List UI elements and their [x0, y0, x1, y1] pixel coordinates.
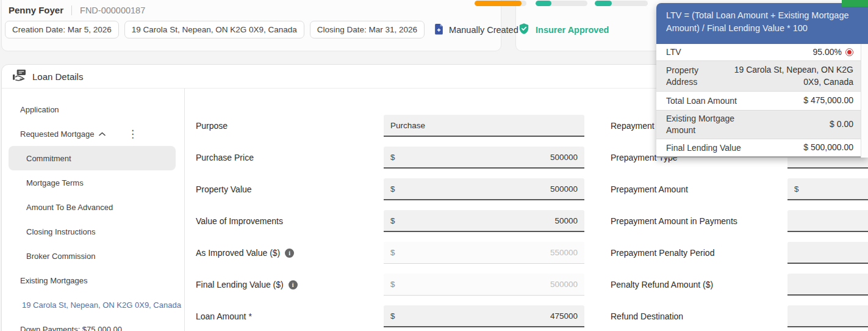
- tooltip-right-strip: [861, 44, 868, 158]
- field-label-final-lending-value: Final Lending Value ($)i: [196, 274, 298, 296]
- field-label-penalty-refund-amount: Penalty Refund Amount ($): [611, 274, 713, 296]
- sidebar-item-application[interactable]: Application: [2, 97, 184, 122]
- currency-prefix: $: [390, 153, 395, 162]
- field-label-text: Prepayment Penalty Period: [611, 248, 714, 258]
- manually-created-badge: Manually Created: [434, 23, 518, 37]
- record-name: Penny Foyer: [9, 5, 63, 15]
- record-identity: Penny Foyer FND-000000187: [9, 5, 145, 15]
- tooltip-row-value: 95.00%: [813, 46, 842, 59]
- field-value: 500000: [395, 153, 578, 162]
- loan-application-page: Penny Foyer FND-000000187 Creation Date:…: [0, 0, 868, 331]
- field-label-prepayment-amount: Prepayment Amount: [611, 178, 688, 200]
- field-input-property-value[interactable]: $500000: [384, 178, 584, 200]
- currency-prefix: $: [390, 248, 395, 257]
- tooltip-row-value: $ 0.00: [830, 118, 853, 131]
- sidebar-item-requested-mortgage[interactable]: Requested Mortgage⋮: [2, 122, 184, 146]
- field-label-purpose: Purpose: [196, 115, 228, 137]
- currency-prefix: $: [390, 184, 395, 194]
- tooltip-row-label: Total Loan Amount: [666, 95, 737, 107]
- sidebar-item-label: Down Payments: $75,000.00: [20, 325, 122, 331]
- field-value: 550000: [395, 248, 578, 257]
- sidebar-item-closing-instructions[interactable]: Closing Instructions: [2, 219, 184, 244]
- ltv-tooltip: LTV = (Total Loan Amount + Existing Mort…: [656, 3, 868, 158]
- currency-prefix: $: [794, 184, 799, 194]
- sidebar-item-label: Mortgage Terms: [26, 178, 84, 187]
- sidebar-item-label: Existing Mortgages: [20, 276, 88, 285]
- sidebar-item-label: Commitment: [26, 154, 71, 163]
- insurer-approved-label: Insurer Approved: [536, 25, 609, 35]
- field-label-property-value: Property Value: [196, 178, 252, 200]
- field-label-refund-destination: Refund Destination: [611, 305, 683, 327]
- tooltip-row: LTV95.00%: [656, 44, 861, 61]
- sidebar-item-label: Broker Commission: [26, 252, 95, 261]
- loan-sidebar: ApplicationRequested Mortgage⋮Commitment…: [2, 89, 185, 331]
- tooltip-row-value-wrap: $ 475,000.00: [803, 95, 853, 107]
- field-label-prepayment-penalty-period: Prepayment Penalty Period: [611, 242, 714, 264]
- field-label-text: Value of Improvements: [196, 216, 283, 226]
- field-input-as-improved-value: $550000: [384, 242, 584, 264]
- sidebar-item-label: Requested Mortgage: [20, 129, 94, 139]
- sidebar-item-label: Closing Instructions: [26, 227, 95, 236]
- field-input-penalty-refund-amount[interactable]: [787, 274, 868, 296]
- tooltip-row-label: Property Address: [666, 65, 730, 88]
- tooltip-row: Final Lending Value$ 500,000.00: [656, 139, 861, 158]
- progress-orange: [475, 1, 526, 6]
- sidebar-item-broker-commission[interactable]: Broker Commission: [2, 244, 184, 268]
- loan-hand-icon: [12, 69, 26, 84]
- field-input-prepayment-amount[interactable]: $: [787, 178, 868, 200]
- currency-prefix: $: [390, 311, 395, 321]
- info-icon[interactable]: i: [289, 280, 298, 289]
- kebab-menu-icon[interactable]: ⋮: [127, 129, 138, 139]
- tooltip-row-value: $ 500,000.00: [803, 142, 853, 154]
- field-label-value-of-improvements: Value of Improvements: [196, 210, 283, 232]
- sidebar-item-commitment[interactable]: Commitment: [9, 146, 176, 170]
- status-chips-row: Creation Date: Mar 5, 202619 Carola St, …: [5, 21, 518, 38]
- sidebar-item-down-payments-75-000-00[interactable]: Down Payments: $75,000.00: [2, 317, 184, 331]
- field-label-as-improved-value: As Improved Value ($)i: [196, 242, 294, 264]
- field-label-text: Penalty Refund Amount ($): [611, 280, 713, 289]
- tooltip-row-value: $ 475,000.00: [803, 95, 853, 107]
- manually-created-label: Manually Created: [449, 25, 518, 35]
- tooltip-row: Property Address19 Carola St, Nepean, ON…: [656, 61, 861, 92]
- ltv-formula: LTV = (Total Loan Amount + Existing Mort…: [656, 3, 868, 44]
- field-value: 475000: [395, 311, 578, 321]
- tooltip-row: Total Loan Amount$ 475,000.00: [656, 92, 861, 111]
- status-chip: Creation Date: Mar 5, 2026: [5, 21, 119, 38]
- field-label-text: Prepayment Amount: [611, 184, 688, 194]
- field-input-loan-amount[interactable]: $475000: [384, 305, 584, 327]
- tooltip-row-value-wrap: $ 500,000.00: [803, 142, 853, 154]
- field-input-prepayment-amount-in-payments[interactable]: [787, 210, 868, 232]
- tooltip-row-label: LTV: [666, 46, 681, 58]
- field-value: 500000: [395, 184, 578, 194]
- field-label-text: As Improved Value ($): [196, 248, 280, 258]
- field-input-final-lending-value: $500000: [384, 274, 584, 296]
- field-input-purchase-price[interactable]: $500000: [384, 147, 584, 169]
- tooltip-row-value-wrap: 95.00%: [813, 46, 853, 59]
- progress-teal-1: [536, 1, 587, 6]
- field-input-refund-destination[interactable]: [787, 305, 868, 327]
- field-label-text: Prepayment Amount in Payments: [611, 216, 737, 226]
- sidebar-item-existing-mortgage-address[interactable]: 19 Carola St, Nepean, ON K2G 0X9, Canada: [2, 293, 184, 317]
- sidebar-item-label: 19 Carola St, Nepean, ON K2G 0X9, Canada: [22, 300, 181, 310]
- sidebar-item-amount-to-be-advanced[interactable]: Amount To Be Advanced: [2, 195, 184, 219]
- tooltip-row: Existing Mortgage Amount$ 0.00: [656, 111, 861, 139]
- info-icon[interactable]: i: [285, 249, 294, 258]
- shield-check-icon: [518, 23, 530, 37]
- field-input-prepayment-penalty-period[interactable]: [787, 242, 868, 264]
- chevron-up-icon[interactable]: [99, 132, 106, 136]
- status-chip: 19 Carola St, Nepean, ON K2G 0X9, Canada: [124, 21, 304, 38]
- tooltip-row-label: Existing Mortgage Amount: [666, 113, 761, 136]
- field-label-purchase-price: Purchase Price: [196, 147, 254, 169]
- field-input-value-of-improvements[interactable]: $50000: [384, 210, 584, 232]
- field-label-text: Loan Amount *: [196, 311, 252, 321]
- sidebar-item-existing-mortgages[interactable]: Existing Mortgages: [2, 268, 184, 293]
- document-icon: [434, 23, 444, 37]
- red-record-icon: [845, 48, 853, 56]
- sidebar-item-mortgage-terms[interactable]: Mortgage Terms: [2, 170, 184, 195]
- field-label-text: Refund Destination: [611, 311, 683, 321]
- sidebar-item-label: Application: [20, 105, 59, 114]
- field-label-text: Purpose: [196, 121, 228, 131]
- tooltip-row-value-wrap: $ 0.00: [830, 118, 853, 131]
- field-label-loan-amount: Loan Amount *: [196, 305, 252, 327]
- field-input-purpose[interactable]: Purchase: [384, 115, 584, 137]
